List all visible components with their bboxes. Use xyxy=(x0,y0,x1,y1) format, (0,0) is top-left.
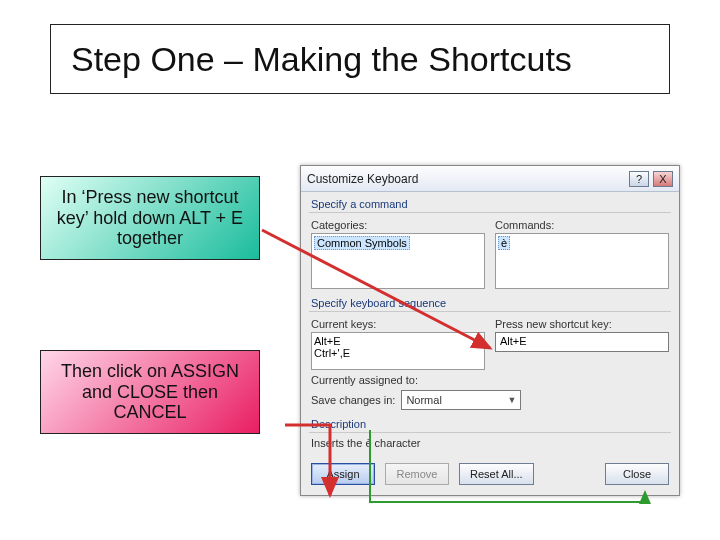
callout-assign-close: Then click on ASSIGN and CLOSE then CANC… xyxy=(40,350,260,434)
customize-keyboard-dialog: Customize Keyboard ? X Specify a command… xyxy=(300,165,680,496)
save-changes-in-select[interactable]: Normal ▼ xyxy=(401,390,521,410)
group-description: Description xyxy=(301,412,679,432)
callout-press-new: In ‘Press new shortcut key’ hold down AL… xyxy=(40,176,260,260)
description-text: Inserts the è character xyxy=(301,437,679,455)
page-title: Step One – Making the Shortcuts xyxy=(50,24,670,94)
label-currently-assigned: Currently assigned to: xyxy=(311,374,418,386)
assign-button[interactable]: Assign xyxy=(311,463,375,485)
label-current-keys: Current keys: xyxy=(311,318,485,330)
categories-listbox[interactable]: Common Symbols xyxy=(311,233,485,289)
remove-button[interactable]: Remove xyxy=(385,463,449,485)
dialog-titlebar: Customize Keyboard ? X xyxy=(301,166,679,192)
label-press-new: Press new shortcut key: xyxy=(495,318,669,330)
group-specify-sequence: Specify keyboard sequence xyxy=(301,291,679,311)
help-button[interactable]: ? xyxy=(629,171,649,187)
label-commands: Commands: xyxy=(495,219,669,231)
label-save-changes-in: Save changes in: xyxy=(311,394,395,406)
close-button[interactable]: Close xyxy=(605,463,669,485)
save-changes-in-value: Normal xyxy=(406,394,441,406)
reset-all-button[interactable]: Reset All... xyxy=(459,463,534,485)
group-specify-command: Specify a command xyxy=(301,192,679,212)
command-item[interactable]: è xyxy=(498,236,510,250)
label-categories: Categories: xyxy=(311,219,485,231)
window-close-button[interactable]: X xyxy=(653,171,673,187)
press-new-shortcut-input[interactable]: Alt+E xyxy=(495,332,669,352)
dialog-title: Customize Keyboard xyxy=(307,172,418,186)
current-keys-listbox[interactable]: Alt+E Ctrl+',E xyxy=(311,332,485,370)
chevron-down-icon: ▼ xyxy=(507,395,516,405)
category-item[interactable]: Common Symbols xyxy=(314,236,410,250)
commands-listbox[interactable]: è xyxy=(495,233,669,289)
